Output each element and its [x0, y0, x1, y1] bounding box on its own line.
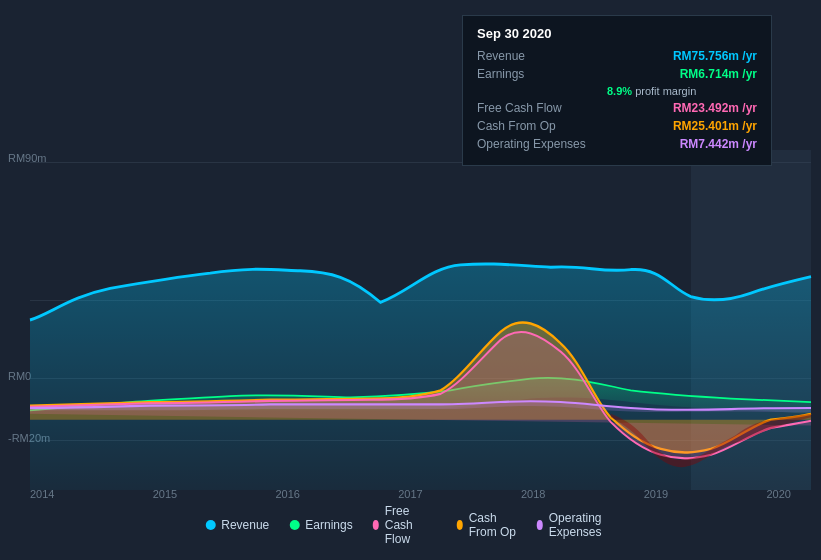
- fcf-label: Free Cash Flow: [477, 101, 607, 115]
- legend-cash-from-op[interactable]: Cash From Op: [457, 511, 517, 539]
- chart-legend: Revenue Earnings Free Cash Flow Cash Fro…: [205, 504, 616, 546]
- legend-earnings[interactable]: Earnings: [289, 518, 352, 532]
- chart-area[interactable]: [30, 150, 811, 490]
- legend-label-fcf: Free Cash Flow: [385, 504, 437, 546]
- legend-fcf[interactable]: Free Cash Flow: [373, 504, 437, 546]
- legend-opex[interactable]: Operating Expenses: [537, 511, 616, 539]
- tooltip-box: Sep 30 2020 Revenue RM75.756m /yr Earnin…: [462, 15, 772, 166]
- fcf-value: RM23.492m /yr: [673, 101, 757, 115]
- chart-container: Sep 30 2020 Revenue RM75.756m /yr Earnin…: [0, 0, 821, 560]
- legend-dot-revenue: [205, 520, 215, 530]
- x-label-2018: 2018: [521, 488, 545, 500]
- x-label-2014: 2014: [30, 488, 54, 500]
- x-label-2015: 2015: [153, 488, 177, 500]
- x-label-2016: 2016: [276, 488, 300, 500]
- cashfromop-value: RM25.401m /yr: [673, 119, 757, 133]
- profit-margin-value: 8.9%: [607, 85, 632, 97]
- tooltip-row-fcf: Free Cash Flow RM23.492m /yr: [477, 101, 757, 115]
- y-label-zero: RM0: [8, 370, 31, 382]
- opex-value: RM7.442m /yr: [680, 137, 757, 151]
- legend-label-cash-from-op: Cash From Op: [469, 511, 517, 539]
- revenue-label: Revenue: [477, 49, 607, 63]
- earnings-label: Earnings: [477, 67, 607, 81]
- legend-dot-opex: [537, 520, 543, 530]
- profit-margin-label: profit margin: [635, 85, 696, 97]
- tooltip-row-revenue: Revenue RM75.756m /yr: [477, 49, 757, 63]
- tooltip-date: Sep 30 2020: [477, 26, 757, 41]
- revenue-value: RM75.756m /yr: [673, 49, 757, 63]
- x-label-2017: 2017: [398, 488, 422, 500]
- legend-label-opex: Operating Expenses: [549, 511, 616, 539]
- legend-label-earnings: Earnings: [305, 518, 352, 532]
- opex-label: Operating Expenses: [477, 137, 607, 151]
- tooltip-row-earnings: Earnings RM6.714m /yr: [477, 67, 757, 81]
- legend-dot-fcf: [373, 520, 379, 530]
- legend-dot-cash-from-op: [457, 520, 463, 530]
- earnings-value: RM6.714m /yr: [680, 67, 757, 81]
- legend-label-revenue: Revenue: [221, 518, 269, 532]
- cashfromop-label: Cash From Op: [477, 119, 607, 133]
- x-label-2020: 2020: [767, 488, 791, 500]
- legend-dot-earnings: [289, 520, 299, 530]
- tooltip-row-cashfromop: Cash From Op RM25.401m /yr: [477, 119, 757, 133]
- profit-margin-text: 8.9% profit margin: [477, 85, 757, 97]
- tooltip-row-opex: Operating Expenses RM7.442m /yr: [477, 137, 757, 151]
- chart-svg: [30, 150, 811, 490]
- legend-revenue[interactable]: Revenue: [205, 518, 269, 532]
- x-label-2019: 2019: [644, 488, 668, 500]
- x-axis-labels: 2014 2015 2016 2017 2018 2019 2020: [0, 488, 821, 500]
